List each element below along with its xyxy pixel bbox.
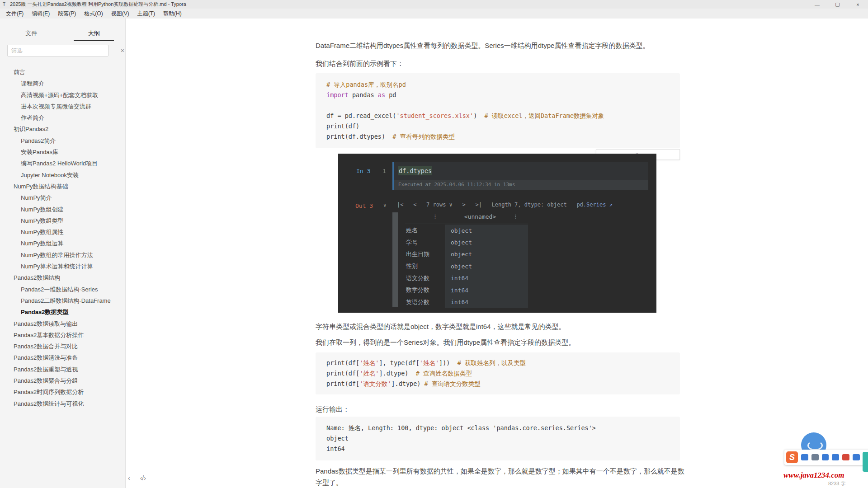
emoji-panel-icon[interactable] <box>832 454 839 460</box>
code-line: # 导入pandas库，取别名pd <box>326 80 669 90</box>
mic-icon[interactable] <box>822 454 829 460</box>
outline-item[interactable]: 安装Pandas库 <box>0 146 125 158</box>
row-label: 语文分数 <box>405 274 445 282</box>
status-bar-left: ‹ ‹/› <box>128 474 146 482</box>
outline-item[interactable]: 前言 <box>0 66 125 78</box>
outline-item[interactable]: Pandas2数据统计与可视化 <box>0 398 125 409</box>
series-link[interactable]: pd.Series ↗ <box>576 202 612 208</box>
document-area[interactable]: DataFrame二维结构用dtypes属性查看每列的数据类型。Series一维… <box>126 19 868 488</box>
menu-item[interactable]: 段落(P) <box>54 9 80 19</box>
code-line: print(df.dtypes) # 查看每列的数据类型 <box>326 131 669 142</box>
outline-item[interactable]: Pandas2一维数据结构-Series <box>0 284 125 295</box>
cursor-icon[interactable] <box>811 454 819 460</box>
outline-item[interactable]: 初识Pandas2 <box>0 123 125 135</box>
row-value: object <box>445 260 528 272</box>
outline-item[interactable]: NumPy简介 <box>0 192 125 203</box>
input-mode-icon[interactable] <box>801 454 808 460</box>
code-block-dtype[interactable]: print(df['姓名'], type(df['姓名'])) # 获取姓名列，… <box>316 352 680 394</box>
outline-item[interactable]: Pandas2简介 <box>0 135 125 146</box>
paragraph: DataFrame二维结构用dtypes属性查看每列的数据类型。Series一维… <box>316 40 684 51</box>
outline-item[interactable]: NumPy数组运算 <box>0 238 125 249</box>
table-row: 出生日期object <box>405 249 528 260</box>
pager-rows-select[interactable]: 7 rows ∨ <box>426 202 462 208</box>
table-row: 姓名object <box>405 225 528 236</box>
outline-item[interactable]: NumPy算术运算和统计计算 <box>0 261 125 272</box>
outline-item[interactable]: Pandas2二维数据结构-DataFrame <box>0 295 125 306</box>
outline-item[interactable]: Pandas2基本数据分析操作 <box>0 329 125 341</box>
outline-item[interactable]: NumPy数据结构基础 <box>0 181 125 192</box>
paragraph: 我们在取一列，得到的是一个Series对象。我们用dtype属性查看指定字段的数… <box>316 337 684 348</box>
tab-outline[interactable]: 大纲 <box>63 26 126 41</box>
close-button[interactable]: × <box>848 0 868 9</box>
pager-next-icon[interactable]: > <box>462 202 476 208</box>
code-block-read-excel[interactable]: # 导入pandas库，取别名pdimport pandas as pd df … <box>316 73 680 148</box>
outline-item[interactable]: Pandas2数据读取与输出 <box>0 318 125 329</box>
output-pager[interactable]: |< < 7 rows ∨ > >| Length 7, dtype: obje… <box>397 202 613 208</box>
menu-item[interactable]: 帮助(H) <box>159 9 186 19</box>
word-count: 8233 字 <box>828 480 846 487</box>
menu-bar: 文件(F)编辑(E)段落(P)格式(O)视图(V)主题(T)帮助(H) <box>0 9 868 19</box>
outline-item[interactable]: 编写Pandas2 HelloWorld项目 <box>0 158 125 169</box>
tab-files[interactable]: 文件 <box>0 26 63 41</box>
outline-item[interactable]: NumPy数组创建 <box>0 204 125 215</box>
outline-item[interactable]: 高清视频+源码+配套文档获取 <box>0 89 125 101</box>
column-menu-icon[interactable]: ⋮ <box>432 213 438 220</box>
menu-item[interactable]: 主题(T) <box>133 9 159 19</box>
output-table-header: ⋮ <unnamed> ⋮ <box>405 213 528 224</box>
apps-grid-icon[interactable] <box>853 454 860 460</box>
row-value: int64 <box>445 284 528 296</box>
menu-item[interactable]: 格式(O) <box>80 9 107 19</box>
row-value: object <box>445 236 528 248</box>
outline-item[interactable]: Pandas2数据重塑与透视 <box>0 364 125 375</box>
edge-widget[interactable] <box>863 452 868 472</box>
outline-item[interactable]: Jupyter Notebook安装 <box>0 169 125 181</box>
window-controls: — ▢ × <box>807 0 868 9</box>
dtypes-table: 姓名object学号object出生日期object性别object语文分数in… <box>405 225 528 308</box>
outline-item[interactable]: Pandas2数据合并与对比 <box>0 341 125 352</box>
pager-first-icon[interactable]: |< <box>397 202 413 208</box>
sogou-logo-icon[interactable]: S <box>786 451 798 463</box>
outline-item[interactable]: 课程简介 <box>0 78 125 89</box>
outline-item[interactable]: Pandas2时间序列数据分析 <box>0 386 125 398</box>
brush-icon[interactable] <box>842 454 849 460</box>
minimize-button[interactable]: — <box>807 0 827 9</box>
table-row: 学号object <box>405 236 528 248</box>
row-label: 学号 <box>405 239 445 247</box>
outline-item[interactable]: NumPy数组属性 <box>0 226 125 238</box>
outline-list: 前言课程简介高清视频+源码+配套文档获取进本次视频专属微信交流群作者简介初识Pa… <box>0 66 125 409</box>
menu-item[interactable]: 视图(V) <box>107 9 133 19</box>
table-row: 英语分数int64 <box>405 296 528 308</box>
code-line: import pandas as pd <box>326 90 669 100</box>
collapse-sidebar-icon[interactable]: ‹ <box>128 474 130 482</box>
outline-item[interactable]: Pandas2数据聚合与分组 <box>0 375 125 386</box>
in-code-text: df.dtypes <box>398 166 432 175</box>
outline-item[interactable]: Pandas2数据清洗与准备 <box>0 352 125 363</box>
outline-item[interactable]: NumPy数组的常用操作方法 <box>0 249 125 261</box>
menu-item[interactable]: 文件(F) <box>2 9 28 19</box>
menu-item[interactable]: 编辑(E) <box>28 9 54 19</box>
jupyter-output-image: In 3 1 df.dtypes Executed at 2025.04.06 … <box>338 154 656 313</box>
row-label: 姓名 <box>405 226 445 235</box>
outline-item[interactable]: 作者简介 <box>0 112 125 123</box>
source-code-mode-icon[interactable]: ‹/› <box>140 474 146 482</box>
code-block-output[interactable]: Name: 姓名, Length: 100, dtype: object <cl… <box>316 417 680 460</box>
pager-prev-icon[interactable]: < <box>413 202 426 208</box>
outline-item[interactable]: Pandas2数据结构 <box>0 272 125 283</box>
clear-filter-icon[interactable]: × <box>121 47 124 54</box>
out-collapse-chevron-icon[interactable]: ∨ <box>383 202 387 208</box>
outline-item[interactable]: 进本次视频专属微信交流群 <box>0 101 125 112</box>
paragraph: 我们结合到前面的示例看下： <box>316 58 684 69</box>
outline-item[interactable]: Pandas2数据类型 <box>0 306 125 318</box>
in-cell-label: In 3 <box>356 168 370 174</box>
ime-toolbar[interactable]: S <box>784 450 868 465</box>
pager-meta: Length 7, dtype: object <box>492 202 577 208</box>
code-line: int64 <box>326 444 669 454</box>
code-line <box>326 100 669 111</box>
typora-window: T 2025版 一头扎进Pandas2视频教程 利用Python实现数据处理与分… <box>0 0 868 488</box>
column-menu-icon[interactable]: ⋮ <box>513 213 519 220</box>
maximize-button[interactable]: ▢ <box>827 0 848 9</box>
window-title: 2025版 一头扎进Pandas2视频教程 利用Python实现数据处理与分析.… <box>10 1 186 8</box>
outline-filter-input[interactable] <box>7 45 108 56</box>
outline-item[interactable]: NumPy数组类型 <box>0 215 125 226</box>
pager-last-icon[interactable]: >| <box>475 202 491 208</box>
